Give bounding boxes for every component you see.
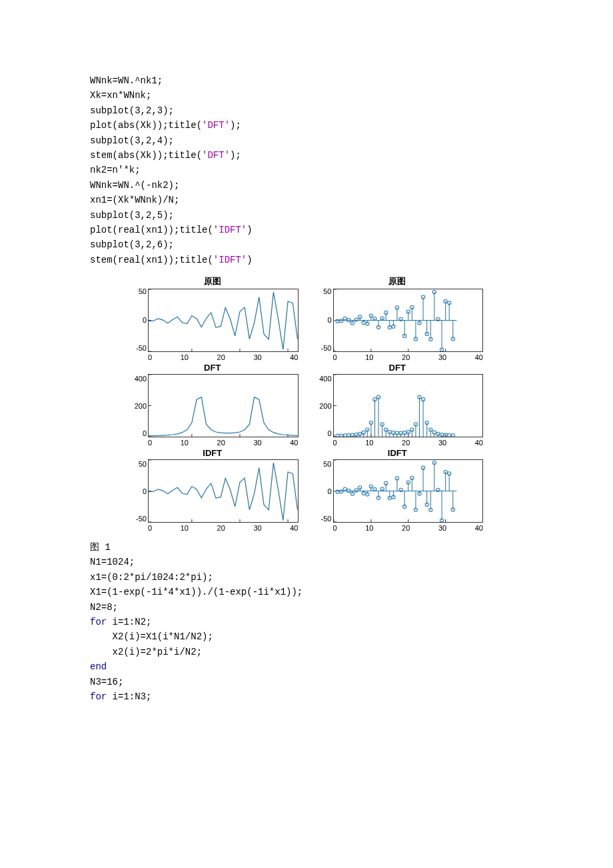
chart-dft_stem: DFT4002000010203040: [312, 363, 484, 447]
plot-area: [148, 289, 299, 352]
figure-label: 图 1: [90, 540, 523, 555]
chart-title: IDFT: [312, 448, 484, 458]
x-tick-labels: 010203040: [333, 352, 484, 361]
chart-title: 原图: [312, 275, 484, 287]
plot-area: [148, 374, 299, 437]
chart-idft_line: IDFT500-50010203040: [127, 448, 299, 532]
chart-orig_line: 原图500-50010203040: [127, 275, 299, 361]
svg-point-175: [339, 490, 342, 493]
plot-area: [333, 374, 484, 437]
chart-idft_stem: IDFT500-50010203040: [312, 448, 484, 532]
x-tick-labels: 010203040: [148, 523, 299, 532]
code-block-bottom: N1=1024;x1=(0:2*pi/1024:2*pi);X1=(1-exp(…: [90, 555, 523, 704]
x-tick-labels: 010203040: [333, 437, 484, 447]
chart-title: 原图: [127, 275, 299, 287]
plot-area: [148, 459, 299, 523]
svg-point-18: [339, 319, 342, 323]
chart-title: DFT: [127, 363, 299, 373]
y-tick-labels: 500-50: [312, 287, 332, 352]
x-tick-labels: 010203040: [148, 352, 299, 361]
svg-point-183: [354, 489, 357, 492]
plot-area: [333, 459, 484, 523]
chart-title: DFT: [312, 363, 484, 373]
chart-dft_line: DFT4002000010203040: [127, 363, 299, 447]
chart-orig_stem: 原图500-50010203040: [312, 275, 484, 361]
figure-grid: 原图500-50010203040原图500-50010203040DFT400…: [127, 275, 483, 532]
y-tick-labels: 4002000: [127, 375, 147, 437]
code-block-top: WNnk=WN.^nk1;Xk=xn*WNnk;subplot(3,2,3);p…: [90, 73, 523, 267]
plot-area: [333, 289, 484, 352]
y-tick-labels: 500-50: [312, 460, 332, 523]
y-tick-labels: 500-50: [127, 287, 147, 352]
y-tick-labels: 4002000: [312, 375, 332, 437]
chart-title: IDFT: [127, 448, 299, 458]
y-tick-labels: 500-50: [127, 460, 147, 523]
x-tick-labels: 010203040: [333, 523, 484, 532]
x-tick-labels: 010203040: [148, 437, 299, 447]
